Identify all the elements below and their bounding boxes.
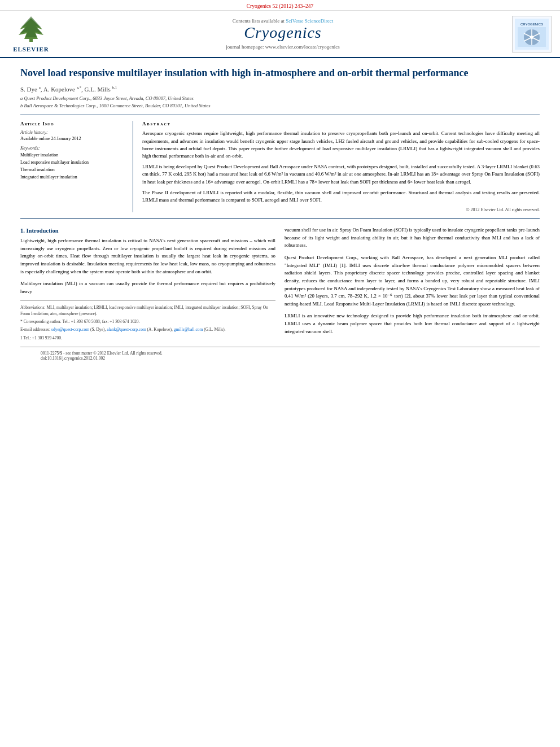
paper-body: Novel load responsive multilayer insulat… xyxy=(0,58,560,370)
affiliation-a: a Quest Product Development Corp., 6833 … xyxy=(20,95,540,102)
sciverse-bar: Contents lists available at SciVerse Sci… xyxy=(233,18,334,24)
keyword-2: Load responsive multilayer insulation xyxy=(20,159,126,167)
svg-point-10 xyxy=(530,36,533,39)
footnotes: Abbreviations: MLI, multilayer insulatio… xyxy=(20,300,275,341)
journal-ref-text: Cryogenics 52 (2012) 243–247 xyxy=(247,3,313,9)
journal-homepage: journal homepage: www.elsevier.com/locat… xyxy=(226,44,339,50)
keywords-label: Keywords: xyxy=(20,146,126,151)
journal-title: Cryogenics xyxy=(244,24,322,42)
journal-header: ELSEVIER Contents lists available at Sci… xyxy=(0,11,560,58)
cryogenics-logo-svg: CRYOGENICS xyxy=(515,19,549,50)
article-info-panel: Article Info Article history: Available … xyxy=(20,121,133,212)
elsevier-logo: ELSEVIER xyxy=(6,15,56,53)
abstract-heading: Abstract xyxy=(142,121,540,126)
history-value: Available online 24 January 2012 xyxy=(20,136,126,141)
section1-right-para-2: Quest Product Development Corp., working… xyxy=(285,254,540,308)
footer-bar: 0011-2275/$ - see front matter © 2012 El… xyxy=(20,347,540,364)
copyright-line: © 2012 Elsevier Ltd. All rights reserved… xyxy=(142,207,540,212)
svg-marker-2 xyxy=(20,16,42,37)
abbreviations-footnote: Abbreviations: MLI, multilayer insulatio… xyxy=(20,304,275,317)
journal-reference: Cryogenics 52 (2012) 243–247 xyxy=(0,0,560,11)
section1-heading: 1. Introduction xyxy=(20,228,275,234)
keywords-list: Multilayer insulation Load responsive mu… xyxy=(20,152,126,181)
keyword-4: Integrated multilayer insulation xyxy=(20,174,126,181)
section1-right-para-3: LRMLI is an innovative new technology de… xyxy=(285,312,540,335)
sciverse-link[interactable]: SciVerse ScienceDirect xyxy=(286,18,333,24)
elsevier-tree-icon xyxy=(14,15,48,43)
right-column: vacuum shell for use in air. Spray On Fo… xyxy=(285,226,540,341)
email-mills[interactable]: gmills@ball.com xyxy=(174,327,203,332)
email-sdye[interactable]: sdye@quest-corp.com xyxy=(51,327,89,332)
keyword-1: Multilayer insulation xyxy=(20,152,126,159)
footer-line2: doi:10.1016/j.cryogenics.2012.01.002 xyxy=(41,356,519,361)
affiliation-b: b Ball Aerospace & Technologies Corp., 1… xyxy=(20,102,540,110)
footer-line1: 0011-2275/$ - see front matter © 2012 El… xyxy=(41,351,519,356)
authors-line: S. Dye a, A. Kopelove a,*, G.L. Mills b,… xyxy=(20,85,540,93)
article-info-abstract-block: Article Info Article history: Available … xyxy=(20,115,540,219)
main-content: 1. Introduction Lightweight, high perfor… xyxy=(20,226,540,341)
email-mills-name: (G.L. Mills). xyxy=(204,327,225,332)
abstract-para-2: LRMLI is being developed by Quest Produc… xyxy=(142,163,540,186)
email-kopelove[interactable]: alank@quest-corp.com xyxy=(107,327,146,332)
history-label: Article history: xyxy=(20,130,126,135)
article-info-heading: Article Info xyxy=(20,121,126,126)
authors-text: S. Dye a, A. Kopelove a,*, G.L. Mills b,… xyxy=(20,86,117,93)
abstract-para-3: The Phase II development of LRMLI is rep… xyxy=(142,189,540,204)
affiliations: a Quest Product Development Corp., 6833 … xyxy=(20,95,540,110)
left-column: 1. Introduction Lightweight, high perfor… xyxy=(20,226,275,341)
email-label: E-mail addresses: xyxy=(20,327,50,332)
email-kopelove-name: (A. Kopelove), xyxy=(147,327,173,332)
cryogenics-logo-img: CRYOGENICS xyxy=(512,16,552,53)
svg-text:CRYOGENICS: CRYOGENICS xyxy=(520,23,543,26)
keyword-3: Thermal insulation xyxy=(20,167,126,174)
section1-left-para-2: Multilayer insulation (MLI) in a vacuum … xyxy=(20,280,275,295)
paper-title: Novel load responsive multilayer insulat… xyxy=(20,66,540,80)
email-footnote: E-mail addresses: sdye@quest-corp.com (S… xyxy=(20,326,275,333)
sciverse-prefix: Contents lists available at xyxy=(233,18,286,24)
email-sdye-name: (S. Dye), xyxy=(90,327,106,332)
corresponding-footnote: * Corresponding author. Tel.: +1 303 670… xyxy=(20,318,275,325)
section1-right-para-1: vacuum shell for use in air. Spray On Fo… xyxy=(285,226,540,250)
journal-name-section: Contents lists available at SciVerse Sci… xyxy=(62,15,504,53)
footnote-1: 1 Tel.: +1 303 939 4700. xyxy=(20,335,275,341)
abstract-para-1: Aerospace cryogenic systems require ligh… xyxy=(142,130,540,160)
elsevier-brand-text: ELSEVIER xyxy=(13,46,49,53)
section1-left-para-1: Lightweight, high performance thermal in… xyxy=(20,237,275,276)
cryogenics-logo-box: CRYOGENICS xyxy=(509,15,554,53)
abstract-panel: Abstract Aerospace cryogenic systems req… xyxy=(142,121,540,212)
